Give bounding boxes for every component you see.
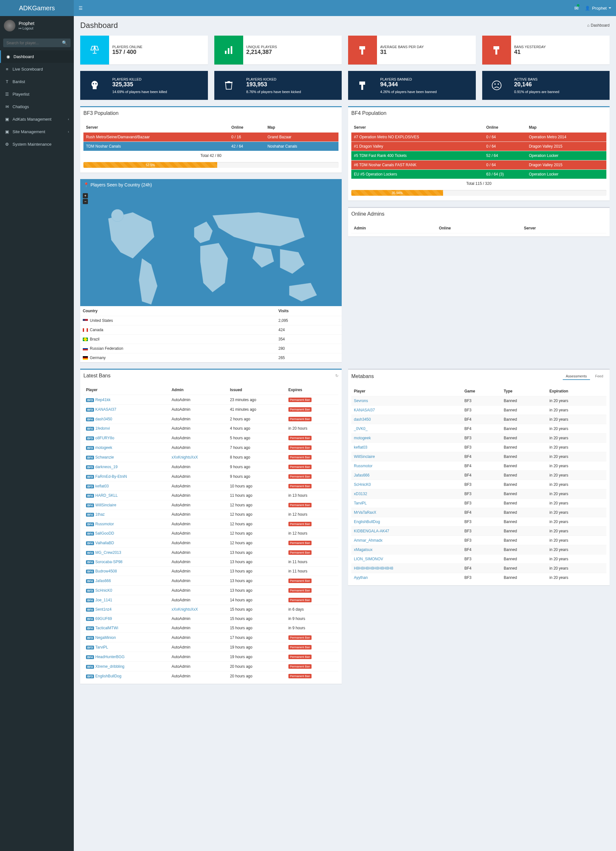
search-input[interactable] (3, 39, 59, 47)
player-link[interactable]: Schwanzie (95, 455, 114, 460)
player-link[interactable]: motogeek (95, 445, 112, 450)
player-link[interactable]: Sorocaba-SP98 (95, 559, 123, 564)
player-link[interactable]: 1fedonvi (95, 426, 110, 431)
game-badge: BF4 (86, 456, 94, 460)
server-row[interactable]: TDM Noshar Canals42 / 64Noshahar Canals (83, 142, 338, 151)
metaban-row: MrVaTaRaxXBF4Bannedin 20 years (351, 508, 606, 517)
player-link[interactable]: 1thaz (95, 512, 105, 517)
player-link[interactable]: TarviPL (354, 501, 367, 505)
svg-rect-1 (228, 48, 229, 54)
player-link[interactable]: Sent1nz4 (95, 607, 112, 612)
ban-row: BF4RussmotorAutoAdmin12 hours agoPermane… (83, 519, 338, 529)
player-link[interactable]: 69GUF69 (95, 616, 112, 621)
player-link[interactable]: Joe_1141 (95, 598, 112, 602)
logo[interactable]: ADKGamers (0, 0, 74, 16)
sidebar-item-banlist[interactable]: TBanlist (0, 75, 74, 88)
player-link[interactable]: TarviPL (95, 645, 108, 650)
game-badge: BF3 (86, 436, 94, 440)
admin-link[interactable]: xXxKnightsXxX (172, 455, 198, 460)
server-row[interactable]: EU #5 Operation Lockers63 / 64 (3)Operat… (351, 170, 606, 179)
game-badge: BF3 (86, 446, 94, 450)
player-link[interactable]: H8H8H8H8H8H8H8H8 (354, 566, 393, 571)
server-row[interactable]: Rush Metro/Seine/Damavand/Bazaar0 / 16Gr… (83, 132, 338, 142)
player-link[interactable]: KANASAI37 (354, 408, 375, 412)
sidebar-item-chatlogs[interactable]: ✉Chatlogs (0, 101, 74, 113)
player-link[interactable]: darkneos_19 (95, 465, 117, 469)
player-link[interactable]: xD3132 (354, 492, 367, 496)
player-link[interactable]: Rep41kk (95, 398, 110, 402)
player-link[interactable]: WillSinclaire (354, 454, 375, 459)
player-link[interactable]: HeadHunterBGG (95, 655, 125, 659)
player-link[interactable]: Jafas666 (354, 473, 370, 478)
player-link[interactable]: LION_SIMONOV (354, 557, 383, 561)
player-link[interactable]: dash3450 (95, 417, 112, 421)
player-link[interactable]: Ayythan (354, 575, 368, 580)
player-link[interactable]: NegaMinion (95, 635, 116, 640)
game-badge: BF3 (86, 465, 94, 469)
stat-players-killed: PLAYERS KILLED325,33514.69% of players h… (80, 71, 208, 100)
refresh-icon[interactable]: ↻ (335, 373, 338, 378)
player-link[interactable]: xMagatsux (354, 547, 373, 552)
player-link[interactable]: TacticalMTWi (95, 626, 118, 630)
server-row[interactable]: #7 Operation Metro NO EXPLOSIVES0 / 64Op… (351, 132, 606, 142)
player-link[interactable]: ScHnicK0 (95, 588, 112, 593)
player-link[interactable]: MG_Crew2013 (95, 550, 121, 555)
player-link[interactable]: KIDBENGALA-AK47 (354, 529, 389, 533)
tab-feed[interactable]: Feed (592, 373, 606, 380)
game-badge: BF3 (86, 484, 94, 489)
ban-row: BF3TarviPLAutoAdmin19 hours agoPermanent… (83, 642, 338, 652)
zoom-in-button[interactable]: + (83, 193, 88, 198)
sidebar-item-adkats-management[interactable]: ▣AdKats Management‹ (0, 113, 74, 125)
permanent-ban-badge: Permanent Ban (288, 455, 312, 460)
ban-row: BF3ScHnicK0AutoAdmin13 hours agoPermanen… (83, 586, 338, 595)
player-link[interactable]: EnglishBullDog (354, 520, 380, 524)
player-link[interactable]: Russmotor (354, 464, 373, 468)
player-link[interactable]: 5allGooDD (95, 531, 114, 535)
user-menu[interactable]: 👤 Prophet (585, 6, 611, 11)
player-link[interactable]: HARD_SKLL (95, 493, 118, 498)
player-link[interactable]: Jafas666 (95, 579, 111, 583)
player-link[interactable]: dash3450 (354, 417, 371, 422)
player-link[interactable]: o8FURY8o (95, 436, 114, 440)
player-link[interactable]: keflat03 (354, 445, 367, 450)
player-link[interactable]: Ammar_Ahmadx (354, 538, 382, 543)
player-link[interactable]: motogeek (354, 436, 371, 440)
player-link[interactable]: Budrow4508 (95, 569, 117, 573)
sidebar-toggle[interactable]: ☰ (79, 6, 83, 11)
breadcrumb[interactable]: ⌂Dashboard (587, 23, 610, 28)
player-link[interactable]: Xtreme_dribbling (95, 664, 125, 669)
bf3-total: Total 42 / 80 (83, 151, 338, 161)
server-row[interactable]: #1 Dragon Valley0 / 64Dragon Valley 2015 (351, 142, 606, 151)
player-link[interactable]: keflat03 (95, 484, 109, 489)
server-row[interactable]: #5 TDM Fast Rank 400 Tickets52 / 64Opera… (351, 151, 606, 161)
world-map[interactable] (90, 197, 335, 320)
server-row[interactable]: #6 TDM Noshar Canals FAST RANK0 / 64Drag… (351, 161, 606, 170)
sidebar-item-site-management[interactable]: ▣Site Management‹ (0, 125, 74, 138)
player-link[interactable]: ScHnicK0 (354, 482, 371, 487)
tab-assessments[interactable]: Assessments (563, 373, 590, 380)
sidebar-item-system-maintenance[interactable]: ⚙System Maintenance (0, 138, 74, 150)
player-link[interactable]: FaRmEd-By-EtniN (95, 474, 127, 479)
player-link[interactable]: Russmotor (95, 522, 114, 526)
search-button[interactable]: 🔍 (59, 39, 71, 47)
player-link[interactable]: Sevrons (354, 398, 368, 403)
player-link[interactable]: WillSinclaire (95, 503, 116, 507)
logout-link[interactable]: ↦ Logout (19, 26, 33, 30)
page-title: Dashboard (80, 21, 118, 30)
player-link[interactable]: ValhallaBD (95, 541, 114, 545)
player-link[interactable]: MrVaTaRaxX (354, 510, 376, 515)
sidebar-item-playerlist[interactable]: ☰Playerlist (0, 88, 74, 101)
metaban-row: AyythanBF3Bannedin 20 years (351, 573, 606, 582)
mail-icon[interactable]: ✉ (574, 5, 578, 11)
player-link[interactable]: EnglishBullDog (95, 674, 121, 678)
menu-icon: ▣ (5, 129, 9, 134)
player-link[interactable]: _0VK0_ (354, 427, 368, 431)
admin-link[interactable]: xXxKnightsXxX (172, 607, 198, 612)
stat-active-bans: ACTIVE BANS20,1460.91% of players are ba… (482, 71, 610, 100)
menu-icon: T (5, 79, 9, 84)
stat-players-banned: PLAYERS BANNED94,3444.26% of players hav… (348, 71, 476, 100)
zoom-out-button[interactable]: − (83, 199, 88, 204)
sidebar-item-live-scoreboard[interactable]: ≡Live Scoreboard (0, 63, 74, 75)
player-link[interactable]: KANASAI37 (95, 407, 116, 412)
sidebar-item-dashboard[interactable]: ◉Dashboard (0, 50, 74, 63)
